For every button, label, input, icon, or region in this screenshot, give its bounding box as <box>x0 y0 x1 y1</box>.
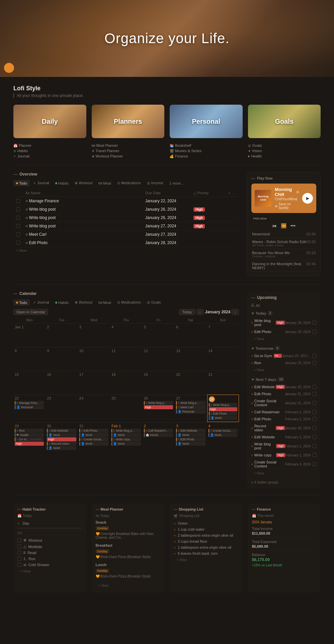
tab-more[interactable]: 1 more... <box>167 180 186 186</box>
cal-cell-jan25[interactable]: 25 <box>110 395 142 422</box>
row-checkbox-5[interactable] <box>16 232 20 236</box>
prev-month-button[interactable]: ‹ <box>196 309 204 315</box>
upcoming-item[interactable]: ○ Edit Photo January 28, 2024 <box>251 328 317 335</box>
category-planners[interactable]: Planners <box>92 105 165 138</box>
cal-cell-jan3[interactable]: 3 <box>78 323 110 347</box>
cal-cell-feb1[interactable]: Feb 1 ○ Write blog p... 👤 Work ○ Write c… <box>110 422 142 452</box>
cal-cell-jan30[interactable]: 30 ○ Edit Website 👤 Work High ○ Record v… <box>46 422 77 452</box>
upcoming-check[interactable] <box>313 417 317 421</box>
event-blog-28[interactable]: ○ Write blog p... <box>209 403 237 407</box>
cal-cell-jan9[interactable]: 9 <box>46 347 77 370</box>
upcoming-check[interactable] <box>313 392 317 396</box>
tab-todo[interactable]: Todo <box>13 180 30 186</box>
category-personal[interactable]: Personal <box>170 105 243 138</box>
track-item-3[interactable]: Because You Move Me Tinlicker, Helsloot … <box>251 249 316 260</box>
add-shop-item-button[interactable]: + New <box>174 556 239 563</box>
upcoming-check[interactable] <box>313 401 317 405</box>
row-checkbox-6[interactable] <box>16 241 20 245</box>
event-blog-f1[interactable]: ○ Write blog p... <box>111 429 141 433</box>
upcoming-item[interactable]: ○ Edit Photo January 31, 2024 <box>251 391 317 398</box>
event-work-f1[interactable]: 👤 Work <box>111 433 141 437</box>
upcoming-item[interactable]: ○ Go to Gym Hi... January 29, 202 t... <box>251 352 317 359</box>
tab-workout[interactable]: ⊕ Workout <box>72 180 95 186</box>
vision-link[interactable]: ✦ Vision <box>248 149 321 153</box>
meal-planner-link[interactable]: 🍽 Meal Planner <box>92 143 165 147</box>
habits-link[interactable]: ⊙ Habits <box>13 149 86 153</box>
tab-journal[interactable]: ✓ Journal <box>30 180 52 186</box>
shop-item-olive2[interactable]: ○ 1 tablespoon extra-virgin olive oil <box>174 544 239 550</box>
row-checkbox-1[interactable] <box>16 199 20 203</box>
cal-cell-jan26[interactable]: 26 ○ Write blog p... High <box>143 395 174 422</box>
upcoming-check[interactable] <box>313 444 317 448</box>
habit-workout[interactable]: ⊕ Workout <box>17 537 82 543</box>
upcoming-check[interactable] <box>313 462 317 466</box>
cal-cell-jan24[interactable]: 24 <box>78 395 110 422</box>
journal-link[interactable]: ✓ Journal <box>13 154 86 158</box>
cal-cell-jan8[interactable]: 8 <box>13 347 45 370</box>
cal-cell-feb3[interactable]: 3 ○ Edit Website 👤 Work ○ Edit Photo 👤 W… <box>175 422 206 452</box>
event-work2-31[interactable]: 👤 Work <box>79 442 108 446</box>
shop-item-basil[interactable]: ○ 6 leaves fresh basil, torn <box>174 550 239 556</box>
cal-cell-jan27[interactable]: 27 ○ Write blog p... ○ Meet Carl 👤 Perso… <box>175 395 206 422</box>
event-editweb-f3[interactable]: ○ Edit Website <box>176 429 205 433</box>
tab-meal[interactable]: 🍽 Meal <box>96 180 114 186</box>
cal-cell-jan11[interactable]: 11 <box>110 347 142 370</box>
event-home-f2[interactable]: 🏠 Home <box>144 433 173 437</box>
cal-cell-jan28[interactable]: 28 ○ Write blog p... High ○ Edit Photo 👤… <box>207 395 239 422</box>
event-call-f2[interactable]: ○ Call Repairm... <box>144 429 173 433</box>
cal-cell-jan13[interactable]: 13 <box>175 347 206 370</box>
upcoming-item[interactable]: ○ Edit Website February 3, 2024 <box>251 434 317 441</box>
run-checkbox[interactable] <box>17 557 21 561</box>
tab-medications[interactable]: ⊙ Medications <box>114 180 144 186</box>
cal-cell-jan31[interactable]: 31 ○ Edit Photo 👤 Work ○ Create Socia...… <box>78 422 110 452</box>
cal-cell-jan15[interactable]: 15 <box>13 371 45 394</box>
play-button[interactable]: ▶ <box>302 193 313 204</box>
cal-cell-jan19[interactable]: 19 <box>143 371 174 394</box>
habit-read[interactable]: II Read <box>17 550 82 556</box>
meal-lunch-item[interactable]: 🧡 Brick-Oven Pizza (Brooklyn Style) <box>96 574 161 579</box>
prev-icon[interactable]: ⏮ <box>272 223 277 228</box>
upcoming-check[interactable] <box>313 385 317 389</box>
cal-tab-todo[interactable]: Todo <box>13 299 30 306</box>
upcoming-item[interactable]: ○ Write copy High February 1, 2024 <box>251 452 317 459</box>
upcoming-check[interactable] <box>313 410 317 414</box>
spotify-save[interactable]: ⊕ Save on Spotify <box>275 202 299 210</box>
cold-shower-checkbox[interactable] <box>17 563 21 567</box>
cal-cell-jan22[interactable]: 22 ○ Manage Fina... 👤 Personal <box>13 395 45 422</box>
read-checkbox[interactable] <box>17 551 21 555</box>
category-daily[interactable]: Daily <box>13 105 86 138</box>
cal-tab-workout[interactable]: ⊕ Workout <box>72 299 95 306</box>
event-blog-26[interactable]: ○ Write blog p... <box>144 401 173 405</box>
upcoming-item[interactable]: ○ Write blog post High January 28, 2024 <box>251 317 317 328</box>
meditate-checkbox[interactable] <box>17 545 21 549</box>
cal-cell-jan23[interactable]: 23 <box>46 395 77 422</box>
add-new-tomorrow[interactable]: + New <box>251 366 317 373</box>
upcoming-item[interactable]: ○ Run January 29, 2024 <box>251 359 317 366</box>
event-work2-30[interactable]: 👤 Work <box>47 446 76 450</box>
upcoming-item[interactable]: ○ Record video High January 30, 2024 <box>251 423 317 434</box>
health-link[interactable]: ♥ Health <box>248 154 321 158</box>
cal-cell-jan14[interactable]: 14 <box>207 347 239 370</box>
hidden-groups[interactable]: ∨ 4 hidden groups <box>251 480 317 484</box>
cal-cell-jan16[interactable]: 16 <box>46 371 77 394</box>
event-blog-27[interactable]: ○ Write blog p... <box>176 401 205 405</box>
movies-link[interactable]: 🎬 Movies & Series <box>170 149 243 153</box>
upcoming-check[interactable] <box>313 330 317 334</box>
upcoming-filter[interactable]: ☰ All <box>251 303 317 308</box>
row-checkbox-4[interactable] <box>16 224 20 228</box>
shop-item-flour[interactable]: ○ 3 cups bread flour <box>174 538 239 544</box>
cal-cell-jan4[interactable]: 4 <box>110 323 142 347</box>
upcoming-check[interactable] <box>313 361 317 365</box>
cal-cell-jan12[interactable]: 12 <box>143 347 174 370</box>
today-button[interactable]: Today <box>179 309 195 315</box>
upcoming-item[interactable]: ○ Edit Website High January 30, 2024 <box>251 384 317 391</box>
upcoming-item[interactable]: ○ Call Repairman February 2, 2024 <box>251 409 317 416</box>
add-new-next7[interactable]: + New <box>251 470 317 476</box>
category-goals[interactable]: Goals <box>248 105 321 138</box>
event-copy-f1[interactable]: ○ Write copy <box>111 437 141 441</box>
event-manage-finance[interactable]: ○ Manage Fina... <box>15 401 44 405</box>
upcoming-check[interactable] <box>313 321 317 325</box>
shop-item-olive1[interactable]: ○ 2 tablespoons extra-virgin olive oil <box>174 532 239 538</box>
avatar[interactable] <box>4 63 14 73</box>
event-high-26[interactable]: High <box>144 405 173 409</box>
